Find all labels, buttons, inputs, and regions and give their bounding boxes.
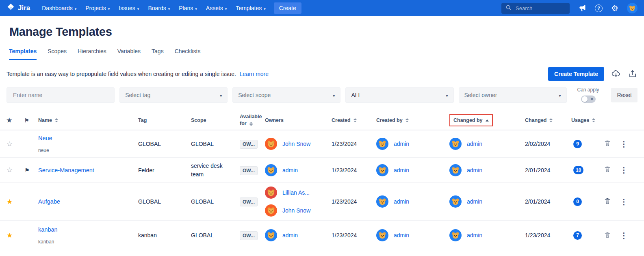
owner-link[interactable]: John Snow (282, 207, 310, 214)
templates-table: Name Tag Scope Available for Owners Crea… (0, 111, 644, 250)
nav-item-projects[interactable]: Projects (81, 0, 114, 16)
tab-variables[interactable]: Variables (117, 48, 141, 60)
owner-link[interactable]: admin (282, 232, 298, 239)
changed-date: 2/01/2024 (525, 167, 571, 174)
available-for-badge[interactable]: OW... (240, 166, 258, 175)
help-icon[interactable] (595, 4, 603, 12)
nav-item-templates[interactable]: Templates (231, 0, 270, 16)
nav-item-issues[interactable]: Issues (114, 0, 143, 16)
changed-by-link[interactable]: admin (467, 167, 482, 174)
owner-link[interactable]: Lillian As... (282, 189, 310, 196)
created-by-link[interactable]: admin (394, 141, 409, 147)
search-icon (505, 4, 512, 12)
created-by-link[interactable]: admin (394, 232, 409, 239)
created-by-link[interactable]: admin (394, 198, 409, 205)
template-name-link[interactable]: Service-Management (38, 167, 94, 174)
cloud-download-icon[interactable] (611, 69, 621, 79)
global-search[interactable] (501, 3, 570, 14)
sort-icon (549, 118, 553, 122)
available-for-badge[interactable]: OW... (240, 140, 258, 149)
nav-item-boards[interactable]: Boards (143, 0, 174, 16)
flag-header-icon[interactable] (24, 117, 29, 124)
header-available-for[interactable]: Available for (240, 113, 265, 127)
usages-badge[interactable]: 9 (573, 140, 582, 148)
owner-filter-select[interactable]: Select owner (459, 87, 567, 103)
header-changed-by[interactable]: Changed by (449, 114, 525, 127)
trash-icon[interactable] (604, 140, 611, 147)
tag-filter-select[interactable]: Select tag (119, 87, 228, 103)
nav-item-dashboards[interactable]: Dashboards (37, 0, 81, 16)
header-created[interactable]: Created (332, 117, 376, 124)
trash-icon[interactable] (604, 197, 611, 205)
available-for-badge[interactable]: OW... (240, 231, 258, 240)
template-name-link[interactable]: Aufgabe (38, 198, 60, 205)
available-for-badge[interactable]: OW... (240, 197, 258, 206)
reset-button[interactable]: Reset (611, 88, 637, 102)
header-name[interactable]: Name (38, 117, 138, 124)
scope-filter-select[interactable]: Select scope (232, 87, 340, 103)
sort-icon (353, 118, 357, 122)
header-created-by[interactable]: Created by (376, 117, 449, 124)
changed-by-link[interactable]: admin (467, 232, 482, 239)
kebab-menu-icon[interactable] (620, 166, 628, 174)
template-name-link[interactable]: kanban (38, 226, 58, 233)
changed-by-avatar (449, 229, 462, 241)
template-name-link[interactable]: Neue (38, 135, 52, 141)
changed-by-link[interactable]: admin (467, 141, 482, 147)
kebab-menu-icon[interactable] (620, 140, 628, 148)
type-filter-select[interactable]: ALL (345, 87, 453, 103)
owner-link[interactable]: admin (282, 167, 298, 174)
tab-scopes[interactable]: Scopes (48, 48, 67, 60)
created-by-link[interactable]: admin (394, 167, 409, 174)
chevron-down-icon (225, 5, 227, 11)
create-button[interactable]: Create (274, 2, 301, 14)
star-icon[interactable] (7, 166, 13, 174)
usages-badge[interactable]: 10 (573, 166, 583, 174)
name-filter-input[interactable] (12, 91, 109, 99)
chevron-down-icon (137, 5, 139, 11)
changed-by-highlight-box: Changed by (449, 114, 493, 127)
gear-icon[interactable] (611, 3, 618, 13)
scope-value: GLOBAL (191, 231, 240, 239)
sort-icon (405, 118, 409, 122)
usages-badge[interactable]: 0 (573, 197, 582, 206)
changed-by-avatar (449, 195, 462, 208)
kebab-menu-icon[interactable] (620, 197, 628, 206)
star-icon[interactable] (7, 232, 13, 239)
changed-by-avatar (449, 138, 462, 150)
table-row: kanban kanban kanban GLOBAL OW... admin … (0, 221, 644, 250)
nav-item-assets[interactable]: Assets (202, 0, 232, 16)
created-by-avatar (376, 195, 388, 208)
trash-icon[interactable] (604, 166, 611, 173)
kebab-menu-icon[interactable] (620, 231, 628, 240)
scope-value: GLOBAL (191, 197, 240, 206)
star-icon[interactable] (7, 198, 13, 206)
can-apply-toggle[interactable]: ✕ (581, 95, 596, 103)
usages-badge[interactable]: 7 (573, 231, 582, 240)
header-usages[interactable]: Usages (571, 117, 604, 124)
export-icon[interactable] (628, 69, 637, 79)
toggle-knob (582, 96, 588, 102)
header-changed[interactable]: Changed (525, 117, 571, 124)
tab-hierarchies[interactable]: Hierarchies (78, 48, 106, 60)
template-subtitle: neue (38, 148, 49, 153)
jira-logo[interactable]: Jira (7, 3, 30, 13)
tab-templates[interactable]: Templates (9, 48, 37, 60)
trash-icon[interactable] (604, 231, 611, 239)
star-header-icon[interactable] (7, 118, 12, 124)
chevron-down-icon (264, 5, 266, 11)
tab-checklists[interactable]: Checklists (175, 48, 201, 60)
create-template-button[interactable]: Create Template (548, 67, 604, 81)
tab-tags[interactable]: Tags (152, 48, 164, 60)
filter-bar: Select tag Select scope ALL Select owner… (0, 87, 644, 103)
search-input[interactable] (515, 5, 566, 12)
user-avatar[interactable] (627, 3, 637, 13)
star-icon[interactable] (7, 140, 13, 148)
owner-link[interactable]: John Snow (282, 141, 310, 147)
learn-more-link[interactable]: Learn more (239, 71, 269, 77)
nav-item-plans[interactable]: Plans (174, 0, 202, 16)
name-filter[interactable] (7, 87, 115, 103)
changed-by-link[interactable]: admin (467, 198, 482, 205)
sort-icon (249, 122, 253, 126)
megaphone-icon[interactable] (578, 4, 586, 12)
